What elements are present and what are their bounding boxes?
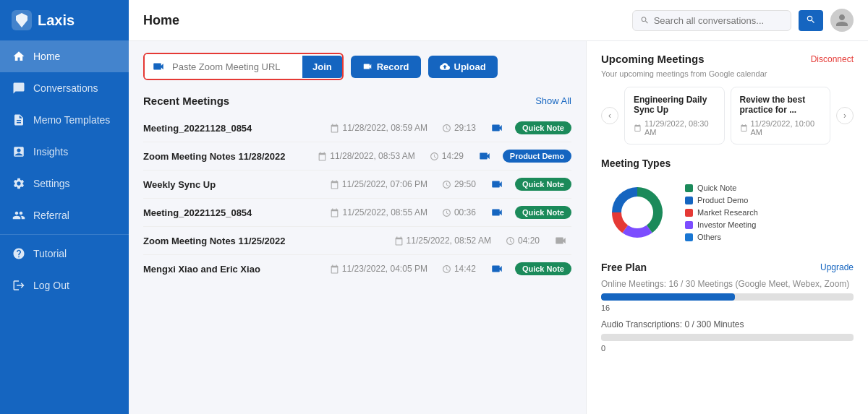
show-all-link[interactable]: Show All <box>535 95 571 106</box>
legend-dot <box>685 197 693 204</box>
header: Home <box>129 0 868 41</box>
upcoming-cards: Engineering Daily Sync Up 11/29/2022, 08… <box>624 87 830 145</box>
sidebar-item-logout[interactable]: Log Out <box>0 269 129 301</box>
search-icon <box>640 15 650 25</box>
meeting-date: 11/25/2022, 07:06 PM <box>330 179 427 189</box>
legend-dot <box>685 233 693 241</box>
upgrade-link[interactable]: Upgrade <box>820 262 854 272</box>
online-progress-bar <box>601 293 854 301</box>
meeting-row[interactable]: Mengxi Xiao and Eric Xiao 11/23/2022, 04… <box>143 255 571 283</box>
upcoming-card-time: 11/29/2022, 10:00 AM <box>740 119 822 137</box>
legend-label: Investor Meeting <box>697 220 756 229</box>
meeting-row[interactable]: Zoom Meeting Notes 11/25/2022 11/25/2022… <box>143 227 571 255</box>
upcoming-card[interactable]: Engineering Daily Sync Up 11/29/2022, 08… <box>624 87 725 145</box>
upcoming-card-title: Review the best practice for ... <box>740 95 822 115</box>
legend-item: Others <box>685 233 758 241</box>
audio-transcriptions-label: Audio Transcriptions: 0 / 300 Minutes <box>601 319 854 329</box>
meeting-tag: Product Demo <box>503 150 571 163</box>
meeting-duration: 29:50 <box>442 179 476 189</box>
zoom-url-input[interactable] <box>172 56 302 78</box>
free-plan-section: Free Plan Upgrade Online Meetings: 16 / … <box>601 262 854 353</box>
sidebar-nav: Home Conversations Memo Templates Insigh… <box>0 40 129 414</box>
meeting-video-icon <box>478 150 491 163</box>
record-button[interactable]: Record <box>351 56 421 78</box>
left-panel: Join Record Upload Recent Meetings Show … <box>129 41 586 414</box>
search-bar <box>632 10 791 31</box>
sidebar-item-home[interactable]: Home <box>0 40 129 72</box>
memo-templates-icon <box>12 113 26 127</box>
upcoming-meetings-title: Upcoming Meetings <box>601 53 705 65</box>
meeting-video-icon <box>554 234 567 247</box>
join-button[interactable]: Join <box>302 56 342 78</box>
meeting-date: 11/25/2022, 08:55 AM <box>330 207 427 217</box>
meeting-row[interactable]: Weekly Sync Up 11/25/2022, 07:06 PM 29:5… <box>143 171 571 199</box>
meeting-name: Meeting_20221128_0854 <box>143 123 323 134</box>
carousel-next-button[interactable]: › <box>836 107 854 124</box>
sidebar-item-settings[interactable]: Settings <box>0 168 129 199</box>
sidebar-item-insights[interactable]: Insights <box>0 136 129 168</box>
sidebar: Laxis Home Conversations Memo Templates <box>0 0 129 414</box>
laxis-logo-icon <box>12 10 32 30</box>
legend-dot <box>685 221 693 229</box>
legend-label: Market Research <box>697 208 758 217</box>
main-area: Home Join <box>129 0 868 414</box>
record-button-label: Record <box>377 61 409 72</box>
sidebar-logo[interactable]: Laxis <box>0 0 129 40</box>
upload-button[interactable]: Upload <box>428 56 498 78</box>
meeting-duration: 00:36 <box>442 207 476 217</box>
upcoming-meetings-subtitle: Your upcoming meetings from Google calen… <box>601 69 854 78</box>
upcoming-meetings-header: Upcoming Meetings Disconnect <box>601 53 854 65</box>
upcoming-card-time: 11/29/2022, 08:30 AM <box>634 119 715 137</box>
sidebar-item-memo-templates[interactable]: Memo Templates <box>0 104 129 136</box>
meeting-tag: Quick Note <box>515 121 571 134</box>
legend-item: Quick Note <box>685 184 758 192</box>
user-avatar[interactable] <box>830 9 854 32</box>
conversations-icon <box>12 81 26 95</box>
meeting-duration: 04:20 <box>506 236 540 246</box>
recent-meetings-header: Recent Meetings Show All <box>143 95 571 107</box>
legend-dot <box>685 209 693 217</box>
meeting-date: 11/28/2022, 08:59 AM <box>330 123 427 133</box>
meeting-name: Zoom Meeting Notes 11/28/2022 <box>143 151 310 162</box>
legend-item: Investor Meeting <box>685 220 758 229</box>
legend-label: Quick Note <box>697 184 736 192</box>
meeting-row[interactable]: Meeting_20221128_0854 11/28/2022, 08:59 … <box>143 114 571 142</box>
search-input[interactable] <box>654 15 783 26</box>
chart-wrap: Quick NoteProduct DemoMarket ResearchInv… <box>601 176 854 249</box>
meeting-name: Mengxi Xiao and Eric Xiao <box>143 264 323 275</box>
sidebar-item-referral[interactable]: Referral <box>0 199 129 231</box>
upcoming-card-title: Engineering Daily Sync Up <box>634 95 715 115</box>
meeting-row[interactable]: Zoom Meeting Notes 11/28/2022 11/28/2022… <box>143 142 571 171</box>
action-bar: Join Record Upload <box>143 53 571 80</box>
online-progress-value: 16 <box>601 303 854 312</box>
meeting-row[interactable]: Meeting_20221125_0854 11/25/2022, 08:55 … <box>143 199 571 227</box>
search-button[interactable] <box>799 10 823 31</box>
sidebar-item-tutorial[interactable]: Tutorial <box>0 238 129 269</box>
insights-icon <box>12 145 26 159</box>
meeting-date: 11/28/2022, 08:53 AM <box>318 151 414 161</box>
recent-meetings-title: Recent Meetings <box>143 95 229 107</box>
meeting-name: Zoom Meeting Notes 11/25/2022 <box>143 236 387 246</box>
free-plan-title: Free Plan <box>601 262 647 273</box>
donut-chart <box>601 176 673 249</box>
sidebar-item-conversations[interactable]: Conversations <box>0 72 129 104</box>
disconnect-link[interactable]: Disconnect <box>811 54 854 64</box>
meeting-name: Weekly Sync Up <box>143 179 323 190</box>
meeting-date: 11/25/2022, 08:52 AM <box>394 236 491 246</box>
meeting-tag: Quick Note <box>515 262 571 275</box>
upcoming-card[interactable]: Review the best practice for ... 11/29/2… <box>731 87 831 145</box>
tutorial-icon <box>12 246 26 261</box>
meeting-list: Meeting_20221128_0854 11/28/2022, 08:59 … <box>143 114 571 283</box>
zoom-input-wrap: Join <box>143 53 344 80</box>
meeting-video-icon <box>490 206 503 219</box>
upload-button-label: Upload <box>454 61 486 72</box>
meeting-duration: 14:42 <box>442 264 476 274</box>
meeting-video-icon <box>490 262 503 275</box>
legend-dot <box>685 184 693 192</box>
legend-label: Product Demo <box>697 196 748 204</box>
right-panel: Upcoming Meetings Disconnect Your upcomi… <box>586 41 868 414</box>
carousel-prev-button[interactable]: ‹ <box>601 107 618 124</box>
video-camera-icon <box>145 54 172 79</box>
header-right <box>632 9 854 32</box>
meeting-date: 11/23/2022, 04:05 PM <box>330 264 427 274</box>
